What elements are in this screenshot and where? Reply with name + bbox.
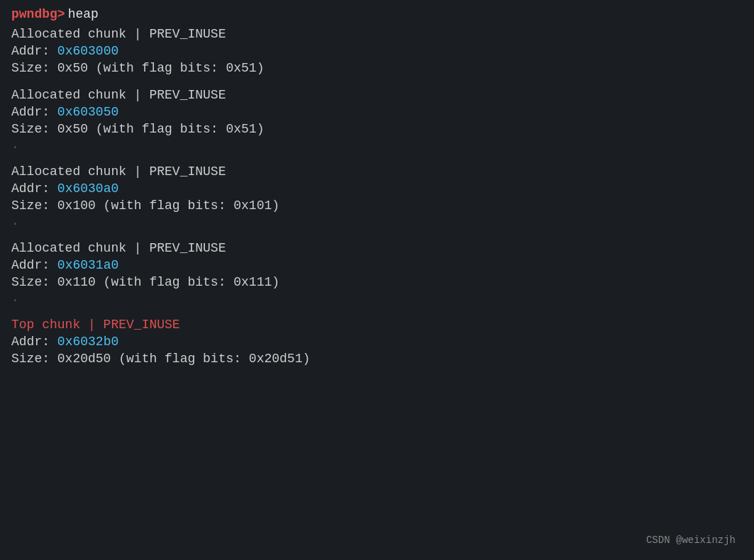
chunk-block-2: Allocated chunk | PREV_INUSE Addr: 0x603…	[11, 88, 743, 152]
chunk-header-3: Allocated chunk | PREV_INUSE	[11, 164, 743, 179]
terminal: pwndbg> heap Allocated chunk | PREV_INUS…	[11, 7, 743, 553]
prompt-prefix: pwndbg>	[11, 7, 65, 21]
chunk-header-1: Allocated chunk | PREV_INUSE	[11, 27, 743, 41]
addr-value-3: 0x6030a0	[57, 181, 118, 196]
chunk-addr-4: Addr: 0x6031a0	[11, 258, 743, 272]
prompt-line: pwndbg> heap	[11, 7, 743, 21]
top-chunk-size: Size: 0x20d50 (with flag bits: 0x20d51)	[11, 352, 743, 366]
addr-label-4: Addr:	[11, 258, 50, 272]
divider-4: .	[11, 291, 743, 305]
chunk-block-1: Allocated chunk | PREV_INUSE Addr: 0x603…	[11, 27, 743, 75]
chunk-block-3: Allocated chunk | PREV_INUSE Addr: 0x603…	[11, 164, 743, 228]
addr-label-2: Addr:	[11, 105, 50, 119]
chunk-size-4: Size: 0x110 (with flag bits: 0x111)	[11, 275, 743, 289]
top-chunk-addr: Addr: 0x6032b0	[11, 335, 743, 349]
addr-label-1: Addr:	[11, 44, 50, 58]
addr-value-1: 0x603000	[57, 44, 118, 58]
watermark: CSDN @weixinzjh	[646, 534, 736, 546]
addr-label-3: Addr:	[11, 181, 50, 196]
addr-value-4: 0x6031a0	[57, 258, 118, 272]
chunk-header-4: Allocated chunk | PREV_INUSE	[11, 241, 743, 255]
addr-value-2: 0x603050	[57, 105, 118, 119]
top-addr-label: Addr:	[11, 335, 50, 349]
top-addr-value: 0x6032b0	[57, 335, 118, 349]
chunk-header-2: Allocated chunk | PREV_INUSE	[11, 88, 743, 102]
chunk-size-2: Size: 0x50 (with flag bits: 0x51)	[11, 122, 743, 136]
divider-2: .	[11, 138, 743, 152]
prompt-command: heap	[68, 7, 99, 21]
chunk-addr-1: Addr: 0x603000	[11, 44, 743, 58]
divider-3: .	[11, 214, 743, 228]
top-chunk-header: Top chunk | PREV_INUSE	[11, 318, 743, 332]
chunk-block-4: Allocated chunk | PREV_INUSE Addr: 0x603…	[11, 241, 743, 305]
chunk-size-1: Size: 0x50 (with flag bits: 0x51)	[11, 61, 743, 75]
chunk-addr-2: Addr: 0x603050	[11, 105, 743, 119]
chunk-addr-3: Addr: 0x6030a0	[11, 181, 743, 196]
top-chunk-block: Top chunk | PREV_INUSE Addr: 0x6032b0 Si…	[11, 318, 743, 366]
chunk-size-3: Size: 0x100 (with flag bits: 0x101)	[11, 198, 743, 213]
